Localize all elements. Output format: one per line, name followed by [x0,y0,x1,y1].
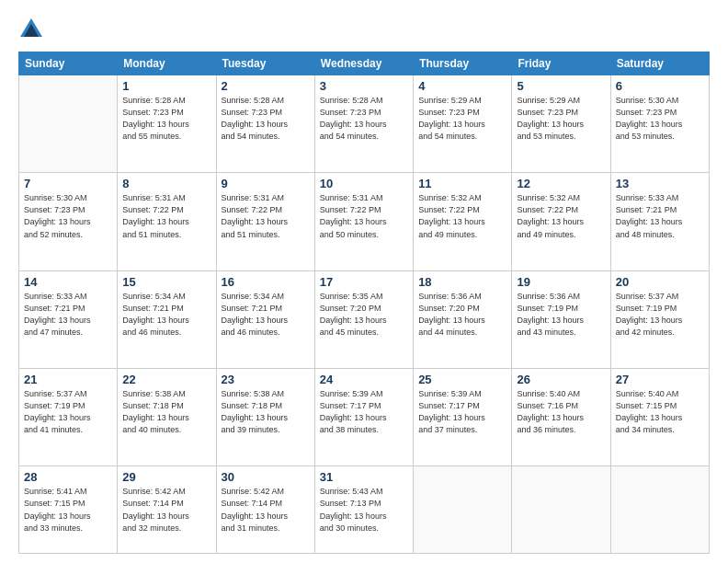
day-info: Sunrise: 5:29 AM Sunset: 7:23 PM Dayligh… [418,95,506,143]
calendar-cell: 28Sunrise: 5:41 AM Sunset: 7:15 PM Dayli… [19,466,118,554]
day-number: 1 [122,79,210,93]
day-info: Sunrise: 5:43 AM Sunset: 7:13 PM Dayligh… [320,486,408,534]
day-number: 30 [222,470,310,484]
calendar-cell: 12Sunrise: 5:32 AM Sunset: 7:22 PM Dayli… [512,173,610,270]
day-number: 31 [320,470,408,484]
calendar-cell: 22Sunrise: 5:38 AM Sunset: 7:18 PM Dayli… [118,369,216,466]
day-number: 3 [320,79,408,93]
day-header-tuesday: Tuesday [216,52,314,75]
day-number: 25 [418,373,506,386]
day-number: 11 [418,177,506,190]
day-number: 18 [418,275,506,289]
day-info: Sunrise: 5:37 AM Sunset: 7:19 PM Dayligh… [24,388,112,436]
day-info: Sunrise: 5:32 AM Sunset: 7:22 PM Dayligh… [517,192,605,240]
calendar-cell: 8Sunrise: 5:31 AM Sunset: 7:22 PM Daylig… [118,173,216,270]
calendar-cell: 7Sunrise: 5:30 AM Sunset: 7:23 PM Daylig… [19,173,118,270]
day-info: Sunrise: 5:33 AM Sunset: 7:21 PM Dayligh… [24,291,112,339]
calendar-cell: 3Sunrise: 5:28 AM Sunset: 7:23 PM Daylig… [314,75,413,173]
day-header-friday: Friday [512,52,610,75]
day-info: Sunrise: 5:40 AM Sunset: 7:16 PM Dayligh… [517,388,605,436]
calendar-cell: 19Sunrise: 5:36 AM Sunset: 7:19 PM Dayli… [512,270,610,368]
day-header-saturday: Saturday [610,52,709,75]
day-info: Sunrise: 5:31 AM Sunset: 7:22 PM Dayligh… [122,192,210,240]
day-number: 15 [122,275,210,289]
day-number: 29 [122,470,210,484]
calendar-cell: 24Sunrise: 5:39 AM Sunset: 7:17 PM Dayli… [314,369,413,466]
day-info: Sunrise: 5:42 AM Sunset: 7:14 PM Dayligh… [222,486,310,534]
day-number: 9 [222,177,310,190]
day-info: Sunrise: 5:30 AM Sunset: 7:23 PM Dayligh… [616,95,704,143]
day-number: 13 [616,177,704,190]
calendar-cell: 25Sunrise: 5:39 AM Sunset: 7:17 PM Dayli… [414,369,512,466]
day-info: Sunrise: 5:32 AM Sunset: 7:22 PM Dayligh… [418,192,506,240]
day-info: Sunrise: 5:41 AM Sunset: 7:15 PM Dayligh… [24,486,112,534]
calendar-cell: 21Sunrise: 5:37 AM Sunset: 7:19 PM Dayli… [19,369,118,466]
day-number: 14 [24,275,112,289]
calendar-cell: 10Sunrise: 5:31 AM Sunset: 7:22 PM Dayli… [314,173,413,270]
calendar-cell: 14Sunrise: 5:33 AM Sunset: 7:21 PM Dayli… [19,270,118,368]
page: SundayMondayTuesdayWednesdayThursdayFrid… [0,0,728,563]
calendar-cell: 27Sunrise: 5:40 AM Sunset: 7:15 PM Dayli… [610,369,709,466]
day-info: Sunrise: 5:39 AM Sunset: 7:17 PM Dayligh… [418,388,506,436]
day-info: Sunrise: 5:28 AM Sunset: 7:23 PM Dayligh… [222,95,310,143]
day-info: Sunrise: 5:42 AM Sunset: 7:14 PM Dayligh… [122,486,210,534]
calendar-cell: 9Sunrise: 5:31 AM Sunset: 7:22 PM Daylig… [216,173,314,270]
day-info: Sunrise: 5:34 AM Sunset: 7:21 PM Dayligh… [222,291,310,339]
calendar-cell: 13Sunrise: 5:33 AM Sunset: 7:21 PM Dayli… [610,173,709,270]
day-number: 28 [24,470,112,484]
day-number: 8 [122,177,210,190]
day-info: Sunrise: 5:40 AM Sunset: 7:15 PM Dayligh… [616,388,704,436]
calendar-cell: 26Sunrise: 5:40 AM Sunset: 7:16 PM Dayli… [512,369,610,466]
day-info: Sunrise: 5:31 AM Sunset: 7:22 PM Dayligh… [222,192,310,240]
calendar-cell: 20Sunrise: 5:37 AM Sunset: 7:19 PM Dayli… [610,270,709,368]
day-number: 23 [222,373,310,386]
calendar-cell: 6Sunrise: 5:30 AM Sunset: 7:23 PM Daylig… [610,75,709,173]
calendar-cell [512,466,610,554]
day-header-monday: Monday [118,52,216,75]
calendar-cell: 18Sunrise: 5:36 AM Sunset: 7:20 PM Dayli… [414,270,512,368]
day-number: 7 [24,177,112,190]
day-number: 26 [517,373,605,386]
calendar-cell: 29Sunrise: 5:42 AM Sunset: 7:14 PM Dayli… [118,466,216,554]
day-number: 4 [418,79,506,93]
day-number: 20 [616,275,704,289]
day-info: Sunrise: 5:36 AM Sunset: 7:19 PM Dayligh… [517,291,605,339]
day-info: Sunrise: 5:33 AM Sunset: 7:21 PM Dayligh… [616,192,704,240]
day-number: 2 [222,79,310,93]
day-number: 22 [122,373,210,386]
calendar-cell: 4Sunrise: 5:29 AM Sunset: 7:23 PM Daylig… [414,75,512,173]
day-info: Sunrise: 5:29 AM Sunset: 7:23 PM Dayligh… [517,95,605,143]
calendar-cell: 15Sunrise: 5:34 AM Sunset: 7:21 PM Dayli… [118,270,216,368]
calendar-cell: 17Sunrise: 5:35 AM Sunset: 7:20 PM Dayli… [314,270,413,368]
calendar-cell: 31Sunrise: 5:43 AM Sunset: 7:13 PM Dayli… [314,466,413,554]
calendar-cell: 23Sunrise: 5:38 AM Sunset: 7:18 PM Dayli… [216,369,314,466]
day-number: 17 [320,275,408,289]
header [18,17,710,42]
day-info: Sunrise: 5:28 AM Sunset: 7:23 PM Dayligh… [320,95,408,143]
calendar-cell: 1Sunrise: 5:28 AM Sunset: 7:23 PM Daylig… [118,75,216,173]
day-info: Sunrise: 5:36 AM Sunset: 7:20 PM Dayligh… [418,291,506,339]
day-number: 19 [517,275,605,289]
calendar-cell: 11Sunrise: 5:32 AM Sunset: 7:22 PM Dayli… [414,173,512,270]
day-info: Sunrise: 5:34 AM Sunset: 7:21 PM Dayligh… [122,291,210,339]
day-info: Sunrise: 5:35 AM Sunset: 7:20 PM Dayligh… [320,291,408,339]
day-header-wednesday: Wednesday [314,52,413,75]
calendar-cell: 16Sunrise: 5:34 AM Sunset: 7:21 PM Dayli… [216,270,314,368]
day-info: Sunrise: 5:31 AM Sunset: 7:22 PM Dayligh… [320,192,408,240]
day-number: 10 [320,177,408,190]
calendar-cell [19,75,118,173]
calendar-cell: 2Sunrise: 5:28 AM Sunset: 7:23 PM Daylig… [216,75,314,173]
day-info: Sunrise: 5:38 AM Sunset: 7:18 PM Dayligh… [222,388,310,436]
day-header-sunday: Sunday [19,52,118,75]
day-header-thursday: Thursday [414,52,512,75]
day-info: Sunrise: 5:37 AM Sunset: 7:19 PM Dayligh… [616,291,704,339]
day-number: 27 [616,373,704,386]
calendar-table: SundayMondayTuesdayWednesdayThursdayFrid… [18,52,710,554]
logo [18,17,48,42]
day-number: 5 [517,79,605,93]
day-number: 6 [616,79,704,93]
day-info: Sunrise: 5:28 AM Sunset: 7:23 PM Dayligh… [122,95,210,143]
calendar-cell [414,466,512,554]
calendar-cell: 5Sunrise: 5:29 AM Sunset: 7:23 PM Daylig… [512,75,610,173]
day-number: 16 [222,275,310,289]
